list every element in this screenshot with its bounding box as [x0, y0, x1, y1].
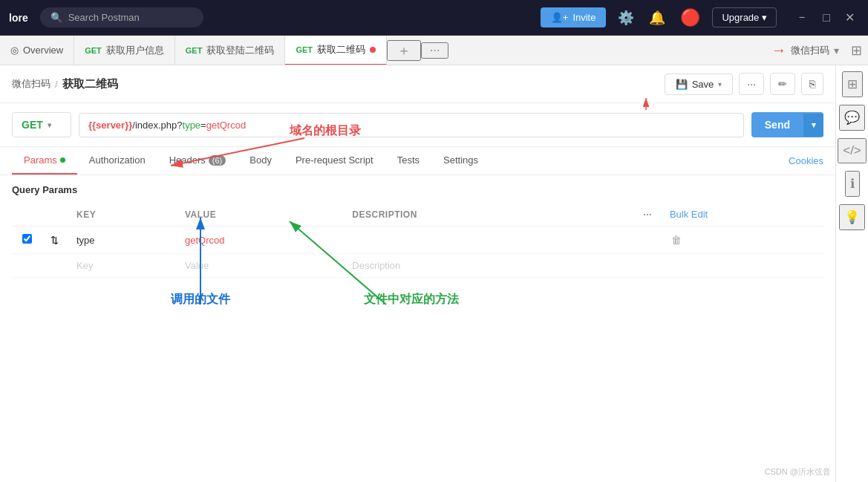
invite-button[interactable]: 👤+ Invite — [541, 7, 607, 27]
breadcrumb: 微信扫码 / 获取二维码 — [12, 77, 118, 91]
save-icon: 💾 — [676, 79, 688, 90]
unsaved-dot — [370, 47, 376, 53]
bell-icon-btn[interactable]: 🔔 — [646, 7, 668, 29]
edit-icon: ✏ — [778, 78, 787, 90]
app-name: lore — [9, 12, 28, 24]
th-description: DESCRIPTION — [343, 203, 584, 227]
tab-panel-label[interactable]: 微信扫码 — [791, 44, 829, 57]
row-delete[interactable]: 🗑 — [661, 227, 823, 254]
table-row: ⇅ type getQrcod 🗑 — [12, 227, 823, 254]
maximize-button[interactable]: □ — [818, 8, 835, 27]
search-placeholder: Search Postman — [68, 12, 140, 23]
url-input[interactable]: {{server}} /index.php?type=getQrcod — [79, 113, 744, 137]
tab-overview[interactable]: ◎ Overview — [0, 36, 74, 65]
tab-get-qrcode[interactable]: GET 获取二维码 — [285, 36, 387, 65]
save-button[interactable]: 💾 Save ▾ — [665, 74, 734, 95]
tab-1-label: 获取用户信息 — [106, 44, 164, 57]
row-more — [584, 227, 661, 254]
row-check[interactable] — [12, 227, 42, 254]
method-dropdown[interactable]: GET ▾ — [12, 112, 71, 137]
top-bar: lore 🔍 Search Postman 👤+ Invite ⚙️ 🔔 🔴 U… — [0, 0, 868, 36]
bulk-edit-button[interactable]: Bulk Edit — [670, 209, 708, 220]
param-description[interactable] — [343, 227, 584, 254]
page-header: 微信扫码 / 获取二维码 💾 Save ▾ ··· ✏ — [0, 65, 835, 103]
tab-panel-area: → 微信扫码 ▾ — [771, 42, 845, 59]
more-options-button[interactable]: ··· — [739, 73, 764, 95]
invite-icon: 👤+ — [551, 12, 569, 23]
arrow-to-wechat: → — [771, 42, 786, 59]
copy-icon: ⎘ — [809, 78, 815, 90]
copy-button[interactable]: ⎘ — [801, 73, 823, 95]
params-dot — [60, 157, 65, 163]
more-tabs-button[interactable]: ··· — [421, 42, 448, 59]
body-label: Body — [249, 154, 272, 166]
th-value: VALUE — [176, 203, 343, 227]
breadcrumb-parent[interactable]: 微信扫码 — [12, 77, 50, 91]
th-key: KEY — [68, 203, 176, 227]
avatar-btn[interactable]: 🔴 — [677, 5, 703, 30]
headers-count: (6) — [209, 155, 226, 166]
send-label: Send — [751, 112, 803, 137]
param-key[interactable]: type — [68, 227, 176, 254]
right-icon-info[interactable]: ℹ — [845, 171, 860, 197]
desc-placeholder[interactable]: Description — [343, 254, 584, 278]
right-icon-bulb[interactable]: 💡 — [839, 204, 865, 230]
empty-filter — [42, 254, 68, 278]
value-placeholder[interactable]: Value — [176, 254, 343, 278]
th-more[interactable]: ··· — [584, 203, 661, 227]
search-bar[interactable]: 🔍 Search Postman — [40, 7, 203, 27]
method-label-2: GET — [186, 46, 203, 55]
upgrade-button[interactable]: Upgrade ▾ — [712, 7, 777, 27]
right-icon-grid[interactable]: ⊞ — [842, 71, 863, 97]
tests-label: Tests — [397, 154, 420, 166]
request-tabs: Params Authorization Headers (6) Body Pr… — [0, 147, 835, 175]
method-label-1: GET — [85, 46, 102, 55]
method-chevron-icon: ▾ — [48, 121, 51, 129]
right-icon-chat[interactable]: 💬 — [839, 105, 865, 131]
save-chevron-icon: ▾ — [718, 80, 722, 88]
th-check — [12, 203, 42, 227]
params-section: Query Params KEY VALUE DESCRIPTION ··· B… — [0, 175, 835, 287]
params-label: Params — [24, 154, 57, 166]
tab-params[interactable]: Params — [12, 147, 77, 175]
right-icons-bar: ⊞ 💬 </> ℹ 💡 — [835, 65, 868, 482]
settings-icon-btn[interactable]: ⚙️ — [615, 7, 637, 29]
tab-panel-icon[interactable]: ⊞ — [845, 42, 868, 59]
page-title: 获取二维码 — [62, 77, 118, 91]
tab-get-user-info[interactable]: GET 获取用户信息 — [74, 36, 175, 65]
pre-request-label: Pre-request Script — [296, 154, 373, 166]
tab-pre-request[interactable]: Pre-request Script — [284, 147, 385, 175]
table-row-empty: Key Value Description — [12, 254, 823, 278]
minimize-button[interactable]: － — [792, 8, 812, 27]
tab-get-qr-login[interactable]: GET 获取登陆二维码 — [175, 36, 286, 65]
empty-delete — [661, 254, 823, 278]
param-value[interactable]: getQrcod — [176, 227, 343, 254]
cookies-link[interactable]: Cookies — [789, 155, 823, 166]
tab-headers[interactable]: Headers (6) — [157, 147, 238, 175]
headers-label: Headers — [169, 154, 206, 166]
send-chevron-icon: ▾ — [803, 114, 823, 137]
tab-settings[interactable]: Settings — [431, 147, 490, 175]
tab-authorization[interactable]: Authorization — [77, 147, 157, 175]
row-checkbox[interactable] — [22, 234, 32, 244]
url-path: /index.php?type=getQrcod — [132, 120, 246, 131]
window-controls: － □ ✕ — [792, 8, 859, 27]
tab-tests[interactable]: Tests — [385, 147, 431, 175]
delete-row-button[interactable]: 🗑 — [670, 232, 683, 247]
tab-body[interactable]: Body — [238, 147, 284, 175]
th-bulk-edit[interactable]: Bulk Edit — [661, 203, 823, 227]
edit-button[interactable]: ✏ — [770, 73, 795, 95]
method-value: GET — [22, 119, 43, 131]
send-button[interactable]: Send ▾ — [751, 112, 823, 137]
tab-panel-chevron[interactable]: ▾ — [834, 45, 839, 56]
row-filter: ⇅ — [42, 227, 68, 254]
query-params-title: Query Params — [12, 184, 823, 195]
right-icon-code[interactable]: </> — [838, 138, 867, 163]
tab-3-label: 获取二维码 — [317, 43, 365, 56]
empty-check — [12, 254, 42, 278]
add-tab-button[interactable]: ＋ — [387, 40, 421, 61]
search-icon: 🔍 — [50, 12, 62, 23]
tab-2-label: 获取登陆二维码 — [206, 44, 274, 57]
key-placeholder[interactable]: Key — [68, 254, 176, 278]
close-button[interactable]: ✕ — [841, 8, 859, 27]
